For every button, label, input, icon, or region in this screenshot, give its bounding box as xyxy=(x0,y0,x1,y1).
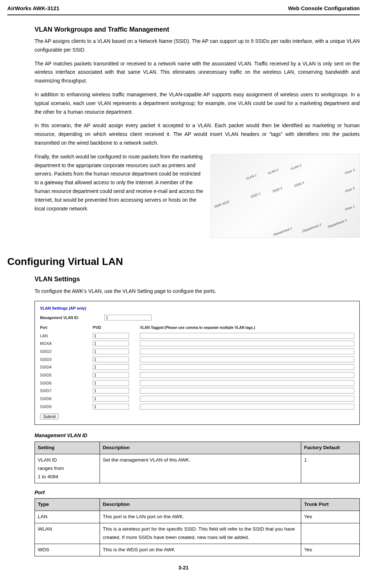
table-cell xyxy=(301,523,360,544)
port-cell: SSID4 xyxy=(40,364,93,371)
t2-h0: Type xyxy=(35,499,100,511)
diagram-vlan2-label: VLAN 2 xyxy=(267,167,279,176)
diagram-dept1-label: Department 1 xyxy=(273,226,293,238)
diagram-floor1-label: Floor 1 xyxy=(344,204,356,213)
pvid-input[interactable] xyxy=(93,388,129,394)
t1-h1: Description xyxy=(100,442,301,454)
table-cell: Set the management VLAN of this AWK. xyxy=(100,454,301,483)
heading-workgroups: VLAN Workgroups and Traffic Management xyxy=(35,24,360,35)
table-management-vlan: Setting Description Factory Default VLAN… xyxy=(35,442,360,483)
vlan-settings-screenshot: VLAN Settings (AP only) Management VLAN … xyxy=(35,301,360,425)
diagram-ssid1-label: SSID 1 xyxy=(250,191,261,200)
para-1: The AP assigns clients to a VLAN based o… xyxy=(35,37,360,55)
submit-button[interactable]: Submit xyxy=(40,414,59,419)
table-cell: This port is the LAN port on the AWK. xyxy=(100,511,301,523)
vlan-diagram: AWK-5222 VLAN 1 VLAN 2 VLAN 3 SSID 1 SSI… xyxy=(211,154,360,238)
heading-vlan-settings: VLAN Settings xyxy=(35,274,360,285)
table-cell: 1 xyxy=(301,454,360,483)
table1-caption: Management VLAN ID xyxy=(35,431,360,440)
pvid-input[interactable] xyxy=(93,357,129,362)
port-cell: LAN xyxy=(40,333,93,339)
diagram-ssid2-label: SSID 2 xyxy=(271,185,283,194)
diagram-device-label: AWK-5222 xyxy=(214,199,230,210)
t2-h2: Trunk Port xyxy=(301,499,360,511)
header-left: AirWorks AWK-3121 xyxy=(7,4,59,13)
table-cell: This is the WDS port on the AWK xyxy=(100,544,301,556)
vlan-tagged-input[interactable] xyxy=(140,388,354,394)
table-cell: This is a wireless port for the specific… xyxy=(100,523,301,544)
vlan-tagged-input[interactable] xyxy=(140,357,354,362)
t1-h0: Setting xyxy=(35,442,100,454)
vlan-tagged-input[interactable] xyxy=(140,333,354,339)
vlan-tagged-input[interactable] xyxy=(140,349,354,354)
diagram-vlan3-label: VLAN 3 xyxy=(290,163,302,172)
pvid-input[interactable] xyxy=(93,349,129,354)
table-row: WDSThis is the WDS port on the AWKYes xyxy=(35,544,360,556)
pvid-input[interactable] xyxy=(93,341,129,346)
diagram-floor2-label: Floor 2 xyxy=(344,186,356,194)
mgmt-vlan-input[interactable] xyxy=(104,315,152,321)
table-row: VLAN ID ranges from 1 to 4094Set the man… xyxy=(35,454,360,483)
heading-config-vlan: Configuring Virtual LAN xyxy=(7,253,360,270)
t1-h2: Factory Default xyxy=(301,442,360,454)
screenshot-title: VLAN Settings (AP only) xyxy=(40,305,354,312)
port-cell: SSID7 xyxy=(40,387,93,394)
diagram-floor3-label: Floor 3 xyxy=(344,168,356,176)
port-cell: SSID8 xyxy=(40,395,93,402)
pvid-input[interactable] xyxy=(93,333,129,339)
pvid-input[interactable] xyxy=(93,380,129,386)
pvid-input[interactable] xyxy=(93,372,129,378)
table-cell: VLAN ID ranges from 1 to 4094 xyxy=(35,454,100,483)
mgmt-vlan-label: Management VLAN ID: xyxy=(40,315,79,321)
vlan-tagged-input[interactable] xyxy=(140,404,354,410)
para-3: In addition to enhancing wireless traffi… xyxy=(35,90,360,116)
table-cell: Yes xyxy=(301,544,360,556)
para-4: In this scenario, the AP would assign ev… xyxy=(35,121,360,147)
port-cell: SSID5 xyxy=(40,372,93,379)
diagram-vlan1-label: VLAN 1 xyxy=(245,173,257,182)
port-cell: SSID2 xyxy=(40,348,93,355)
t2-h1: Description xyxy=(100,499,301,511)
port-cell: SSID6 xyxy=(40,380,93,387)
diagram-dept2-label: Department 2 xyxy=(302,222,322,234)
port-cell: MOXA xyxy=(40,340,93,347)
col-pvid-header: PVID xyxy=(93,325,140,331)
pvid-input[interactable] xyxy=(93,396,129,402)
table-cell: Yes xyxy=(301,511,360,523)
vlan-tagged-input[interactable] xyxy=(140,364,354,370)
table-row: WLANThis is a wireless port for the spec… xyxy=(35,523,360,544)
para-settings: To configure the AWK's VLAN, use the VLA… xyxy=(35,287,360,296)
table2-caption: Port xyxy=(35,488,360,497)
table-cell: LAN xyxy=(35,511,100,523)
page-number: 3-21 xyxy=(7,564,360,572)
col-tagged-header: VLAN Tagged (Please use comma to separat… xyxy=(140,325,354,331)
diagram-ssid3-label: SSID 3 xyxy=(293,180,305,189)
vlan-tagged-input[interactable] xyxy=(140,380,354,386)
page-header: AirWorks AWK-3121 Web Console Configurat… xyxy=(7,4,360,15)
table-row: LANThis port is the LAN port on the AWK.… xyxy=(35,511,360,523)
col-port-header: Port xyxy=(40,325,93,331)
port-cell: SSID3 xyxy=(40,356,93,363)
pvid-input[interactable] xyxy=(93,364,129,370)
para-2: The AP matches packets transmitted or re… xyxy=(35,60,360,85)
pvid-input[interactable] xyxy=(93,404,129,410)
table-cell: WDS xyxy=(35,544,100,556)
vlan-tagged-input[interactable] xyxy=(140,372,354,378)
vlan-tagged-input[interactable] xyxy=(140,396,354,402)
vlan-tagged-input[interactable] xyxy=(140,341,354,346)
table-port: Type Description Trunk Port LANThis port… xyxy=(35,498,360,556)
table-cell: WLAN xyxy=(35,523,100,544)
diagram-dept3-label: Department 3 xyxy=(327,218,347,230)
header-right: Web Console Configuration xyxy=(288,4,360,13)
port-cell: SSID9 xyxy=(40,403,93,410)
